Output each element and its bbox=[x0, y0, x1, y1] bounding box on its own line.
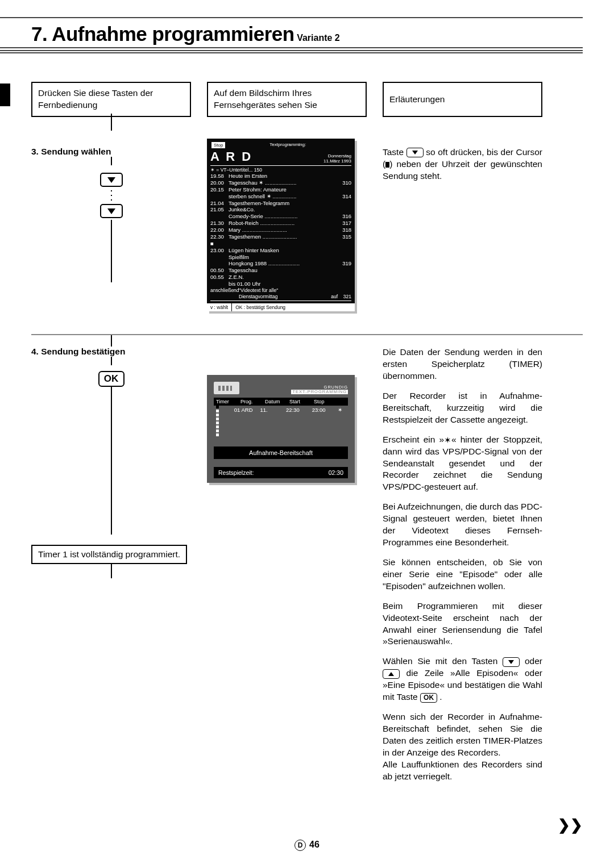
step4-title: 4. Sendung bestätigen bbox=[31, 347, 191, 357]
remote-buttons bbox=[97, 171, 126, 220]
triangle-down-icon bbox=[107, 177, 115, 183]
triangle-down-icon bbox=[508, 660, 514, 664]
col-header-remote: Drücken Sie diese Tasten der Fernbedienu… bbox=[31, 82, 191, 117]
ok-button[interactable]: OK bbox=[98, 371, 125, 387]
col-header-explain: Erläuterungen bbox=[383, 82, 542, 117]
text: Alle Lauffunktionen des Recorders sind a… bbox=[383, 760, 542, 781]
tt-row: 23.00Lügen hinter Masken bbox=[210, 247, 351, 254]
page-footer: D46 bbox=[0, 840, 614, 851]
down-button-icon bbox=[503, 657, 520, 667]
tt-time: 00.50 bbox=[210, 267, 229, 274]
tt-text: Heute im Ersten bbox=[229, 173, 338, 180]
tt-time: 20.00 bbox=[210, 180, 229, 186]
next-page-icon[interactable]: ❯❯ bbox=[558, 816, 583, 834]
timer-slots bbox=[214, 406, 219, 436]
triangle-down-icon bbox=[107, 208, 115, 214]
td: 22:30 bbox=[286, 407, 312, 413]
tt-time: 21.05 bbox=[210, 206, 229, 213]
stop-tab: Stop bbox=[211, 142, 225, 148]
dot-icon bbox=[111, 190, 112, 191]
tt-pagenum bbox=[338, 267, 351, 274]
tt-pagenum: 317 bbox=[338, 220, 351, 227]
timer-screen: GRUNDIG TEXT-PROGRAMMING Timer Prog. Dat… bbox=[207, 375, 355, 483]
tt-footer: v : wählt OK : bestätigt Sendung bbox=[207, 303, 355, 311]
triangle-up-icon bbox=[388, 672, 394, 676]
down-button-icon bbox=[406, 148, 424, 157]
tt-time: 22.00 bbox=[210, 227, 229, 233]
tt-time: 20.15 bbox=[210, 186, 229, 193]
connector bbox=[111, 157, 112, 165]
para: Beim Programmieren mit dieser Videotext-… bbox=[383, 600, 542, 648]
text: oder bbox=[525, 656, 542, 666]
dot-icon bbox=[111, 199, 112, 201]
text: Wenn sich der Recorder in Aufnahme-Berei… bbox=[383, 712, 542, 757]
tt-text: Junke&Co. bbox=[229, 206, 338, 213]
step4-left: 4. Sendung bestätigen OK Timer 1 ist vol… bbox=[31, 347, 191, 783]
text: Wählen Sie mit den Tasten bbox=[383, 656, 503, 666]
text: Dienstagvormittag bbox=[239, 294, 321, 300]
tt-text: Mary .............................. bbox=[229, 227, 338, 233]
label: auf bbox=[321, 294, 338, 300]
star-icon: ✶ bbox=[444, 435, 451, 445]
text: . bbox=[439, 692, 442, 702]
step3-title: 3. Sendung wählen bbox=[31, 147, 191, 157]
th: Start bbox=[289, 399, 314, 404]
tt-ansch2: Dienstagvormittag auf 321 bbox=[210, 294, 351, 300]
side-tab bbox=[0, 84, 10, 106]
page-title: 7. Aufnahme programmieren bbox=[31, 23, 294, 45]
down-button[interactable] bbox=[100, 173, 123, 187]
th: Prog. bbox=[240, 399, 265, 404]
up-button-icon bbox=[383, 669, 400, 679]
tt-text: Hongkong 1988 ..................... bbox=[229, 260, 338, 267]
cassette-icon bbox=[214, 382, 239, 394]
para: Die Daten der Sendung werden in den erst… bbox=[383, 347, 542, 382]
step4-mid: GRUNDIG TEXT-PROGRAMMING Timer Prog. Dat… bbox=[207, 347, 367, 783]
tt-text: Tagesschau bbox=[229, 267, 338, 274]
tt-text: Comedy-Serie ...................... bbox=[229, 213, 338, 220]
tt-pagenum bbox=[338, 186, 351, 193]
page: 7. Aufnahme programmieren Variante 2 Drü… bbox=[0, 0, 614, 868]
section-divider bbox=[31, 334, 583, 335]
tt-pagenum bbox=[338, 247, 351, 254]
tt-hint-select: v : wählt bbox=[207, 303, 232, 311]
rec-standby-banner: Aufnahme-Bereitschaft bbox=[214, 446, 348, 459]
col-header-screen: Auf dem Bildschirm Ihres Fernsehgerätes … bbox=[207, 82, 367, 117]
th: Stop bbox=[314, 399, 338, 404]
tt-time bbox=[210, 213, 229, 220]
connector bbox=[111, 220, 112, 282]
down-button[interactable] bbox=[100, 204, 123, 218]
timer-note: Timer 1 ist vollständig programmiert. bbox=[31, 545, 187, 564]
tt-row: 21.04Tagesthemen-Telegramm bbox=[210, 200, 351, 207]
tt-row: 00.50Tagesschau bbox=[210, 267, 351, 274]
connector bbox=[111, 357, 112, 365]
tt-row: Spielfilm bbox=[210, 254, 351, 261]
tt-text: sterben schnell ✶ ................ bbox=[229, 193, 338, 200]
tt-text: Peter Strohm: Amateure bbox=[229, 186, 338, 193]
tt-pagenum bbox=[338, 200, 351, 207]
tt-time: 21.30 bbox=[210, 220, 229, 227]
timer-header: Timer Prog. Datum Start Stop bbox=[214, 398, 348, 406]
tt-pagenum bbox=[338, 281, 351, 287]
tt-date: Donnerstag 11.März 1993 bbox=[323, 154, 351, 164]
tt-pagenum: 315 bbox=[338, 233, 351, 247]
tt-pagenum bbox=[338, 173, 351, 180]
label: Restspielzeit: bbox=[218, 469, 254, 476]
th: Datum bbox=[265, 399, 289, 404]
tt-time bbox=[210, 254, 229, 261]
tt-row: bis 01.00 Uhr bbox=[210, 281, 351, 287]
page-subtitle: Variante 2 bbox=[297, 33, 340, 43]
page-number: 46 bbox=[309, 840, 320, 849]
tt-time bbox=[210, 193, 229, 200]
step3-left: 3. Sendung wählen bbox=[31, 117, 191, 311]
tt-pagenum: 318 bbox=[338, 227, 351, 233]
para: Erscheint ein »✶« hinter der Stoppzeit, … bbox=[383, 434, 542, 494]
tt-time: 22.30 ■ bbox=[210, 233, 229, 247]
td: 11. bbox=[260, 407, 286, 413]
tt-row: 21.30Robot-Reich .......................… bbox=[210, 220, 351, 227]
td bbox=[221, 407, 234, 413]
brand-sub: TEXT-PROGRAMMING bbox=[291, 390, 348, 394]
tt-time: 00.55 bbox=[210, 274, 229, 281]
tt-row: 21.05Junke&Co. bbox=[210, 206, 351, 213]
tt-ansch: anschließend "Videotext für alle" bbox=[210, 287, 351, 294]
connector bbox=[111, 564, 112, 578]
